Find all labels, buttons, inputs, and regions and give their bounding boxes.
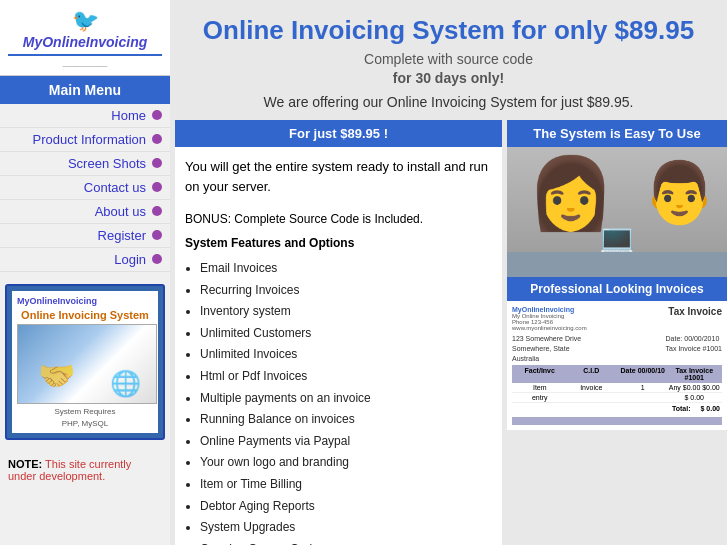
menu-dot-screenshots [152, 158, 162, 168]
total-label: Total: [672, 405, 691, 412]
menu-link-login[interactable]: Login [114, 252, 146, 267]
menu-dot-home [152, 110, 162, 120]
cell: Invoice [566, 384, 618, 391]
easy-to-use-header: The System is Easy To Use [507, 120, 727, 147]
product-box-image: 🤝 🌐 [17, 324, 157, 404]
product-box-req2: PHP, MySQL [17, 419, 153, 428]
logo-my: My [23, 34, 42, 50]
list-item: Ongoing Source Code [200, 539, 492, 545]
logo-area: 🐦 MyOnlineInvoicing __________ [0, 0, 170, 76]
product-box-req: System Requires [17, 407, 153, 416]
sidebar: 🐦 MyOnlineInvoicing __________ Main Menu… [0, 0, 170, 545]
product-box-logo: MyOnlineInvoicing [17, 296, 153, 306]
note-label: NOTE: [8, 458, 42, 470]
subtitle2: for 30 days only! [190, 70, 707, 86]
product-box: MyOnlineInvoicing Online Invoicing Syste… [5, 284, 165, 440]
list-item: Unlimited Customers [200, 323, 492, 345]
features-label: System Features and Options [175, 232, 502, 254]
menu-dot-contact [152, 182, 162, 192]
invoice-num-col: Date: 00/00/2010Tax Invoice #1001 [666, 334, 722, 363]
list-item: Debtor Aging Reports [200, 496, 492, 518]
invoice-preview: MyOnlineInvoicing My Online InvoicingPho… [507, 301, 727, 430]
list-item: Unlimited Invoices [200, 344, 492, 366]
menu-header: Main Menu [0, 76, 170, 104]
invoice-details: 123 Somewhere DriveSomewhere, StateAustr… [512, 334, 722, 363]
logo-bird-icon: 🐦 [72, 8, 99, 34]
list-item: Running Balance on invoices [200, 409, 492, 431]
list-item: Html or Pdf Invoices [200, 366, 492, 388]
col-header-2: C.I.D [566, 367, 618, 381]
two-col-layout: For just $89.95 ! You will get the entir… [170, 120, 727, 545]
list-item: Multiple payments on an invoice [200, 388, 492, 410]
total-value: $ 0.00 [701, 405, 720, 412]
list-item: Online Payments via Paypal [200, 431, 492, 453]
list-item: Inventory system [200, 301, 492, 323]
offer-text: You will get the entire system ready to … [175, 147, 502, 206]
menu-dot-login [152, 254, 162, 264]
menu-dot-about [152, 206, 162, 216]
menu-item-home[interactable]: Home [0, 104, 170, 128]
col-header-1: Fact/Invc [514, 367, 566, 381]
right-column: The System is Easy To Use 👩 👨 💻 Professi… [507, 120, 727, 545]
menu-link-home[interactable]: Home [111, 108, 146, 123]
invoice-header: Professional Looking Invoices [507, 277, 727, 301]
cell: 1 [617, 384, 669, 391]
list-item: System Upgrades [200, 517, 492, 539]
cell [617, 394, 669, 401]
cell: $ 0.00 [669, 394, 721, 401]
main-content: Online Invoicing System for only $89.95 … [170, 0, 727, 545]
menu-link-screenshots[interactable]: Screen Shots [68, 156, 146, 171]
main-title: Online Invoicing System for only $89.95 [190, 15, 707, 46]
logo-invoicing: Invoicing [86, 34, 147, 50]
list-item: Item or Time Billing [200, 474, 492, 496]
menu-link-register[interactable]: Register [98, 228, 146, 243]
cell [566, 394, 618, 401]
product-box-title: Online Invoicing System [17, 306, 153, 324]
invoice-footer-bar [512, 417, 722, 425]
col-header-4: Tax Invoice #1001 [669, 367, 721, 381]
menu-item-register[interactable]: Register [0, 224, 170, 248]
table-row: Item Invoice 1 Any $0.00 $0.00 [512, 383, 722, 393]
invoice-total: Total: $ 0.00 [512, 403, 722, 414]
note-area: NOTE: This site currently under developm… [0, 450, 170, 490]
list-item: Recurring Invoices [200, 280, 492, 302]
desk-surface [507, 252, 727, 277]
offer-header: For just $89.95 ! [175, 120, 502, 147]
left-column: For just $89.95 ! You will get the entir… [170, 120, 507, 545]
menu-link-contact[interactable]: Contact us [84, 180, 146, 195]
invoice-title: Tax Invoice [668, 306, 722, 317]
menu-item-login[interactable]: Login [0, 248, 170, 272]
logo-online: Online [42, 34, 86, 50]
subtitle1: Complete with source code [190, 51, 707, 67]
cell: Any $0.00 $0.00 [669, 384, 721, 391]
invoice-logo: MyOnlineInvoicing [512, 306, 587, 313]
invoice-address: My Online InvoicingPhone 123-456www.myon… [512, 313, 587, 331]
menu-item-screenshots[interactable]: Screen Shots [0, 152, 170, 176]
cell: entry [514, 394, 566, 401]
menu-item-contact[interactable]: Contact us [0, 176, 170, 200]
globe-icon: 🌐 [110, 369, 141, 398]
menu-dot-register [152, 230, 162, 240]
bonus-text: BONUS: Complete Source Code is Included. [175, 206, 502, 232]
list-item: Email Invoices [200, 258, 492, 280]
menu-item-product[interactable]: Product Information [0, 128, 170, 152]
invoice-table-header: Fact/Invc C.I.D Date 00/00/10 Tax Invoic… [512, 365, 722, 383]
people-image: 👩 👨 💻 [507, 147, 727, 277]
cell: Item [514, 384, 566, 391]
hand-icon: 🤝 [38, 358, 75, 393]
menu-dot-product [152, 134, 162, 144]
logo-underline: __________ [8, 54, 162, 67]
person2-icon: 👨 [642, 157, 717, 228]
list-item: Your own logo and branding [200, 452, 492, 474]
col-header-3: Date 00/00/10 [617, 367, 669, 381]
menu-item-about[interactable]: About us [0, 200, 170, 224]
content-header: Online Invoicing System for only $89.95 … [170, 0, 727, 115]
features-list: Email Invoices Recurring Invoices Invent… [175, 254, 502, 545]
table-row: entry $ 0.00 [512, 393, 722, 403]
menu-link-product[interactable]: Product Information [33, 132, 146, 147]
menu-link-about[interactable]: About us [95, 204, 146, 219]
subtitle3: We are offering our Online Invoicing Sys… [190, 94, 707, 110]
invoice-bill-to: 123 Somewhere DriveSomewhere, StateAustr… [512, 334, 581, 363]
